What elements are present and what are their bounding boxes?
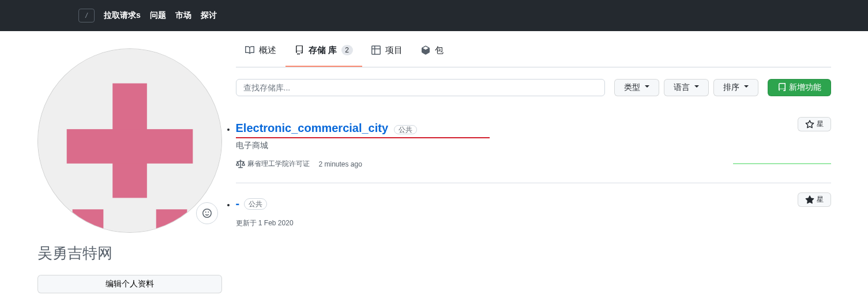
tab-repositories[interactable]: 存储 库 2 bbox=[285, 35, 362, 67]
topbar: / 拉取请求s 问题 市场 探讨 bbox=[0, 0, 868, 31]
tab-repositories-label: 存储 库 bbox=[309, 41, 337, 59]
top-nav: 拉取请求s 问题 市场 探讨 bbox=[104, 10, 217, 21]
svg-rect-2 bbox=[66, 129, 193, 164]
tab-packages-label: 包 bbox=[435, 41, 444, 59]
identicon-graphic bbox=[38, 49, 221, 232]
activity-sparkline bbox=[733, 147, 831, 164]
repo-highlight-underline: Electronic_commercial_city 公共 bbox=[236, 122, 490, 138]
filter-button-group: 类型 语言 排序 bbox=[614, 79, 758, 96]
svg-rect-4 bbox=[156, 209, 187, 232]
star-label: 星 bbox=[817, 119, 824, 129]
repo-icon bbox=[295, 46, 304, 55]
edit-profile-button[interactable]: 编辑个人资料 bbox=[37, 275, 222, 293]
main-container: 吴勇吉特网 编辑个人资料 概述 存储 库 2 项目 包 bbox=[19, 31, 850, 293]
repo-meta: 更新于 1 Feb 2020 bbox=[236, 218, 831, 228]
repo-description: 电子商城 bbox=[236, 141, 582, 151]
filter-row: 类型 语言 排序 新增功能 bbox=[236, 79, 831, 96]
updated-meta: 更新于 1 Feb 2020 bbox=[236, 218, 294, 228]
table-icon bbox=[371, 46, 381, 55]
language-filter-button[interactable]: 语言 bbox=[664, 79, 709, 96]
avatar-wrap bbox=[37, 48, 222, 233]
book-icon bbox=[245, 46, 254, 55]
main-content: 概述 存储 库 2 项目 包 类型 语言 排序 bbox=[236, 31, 831, 293]
star-label: 星 bbox=[817, 195, 824, 205]
star-button[interactable]: 星 bbox=[798, 192, 831, 207]
profile-tabs: 概述 存储 库 2 项目 包 bbox=[236, 35, 831, 67]
nav-issues[interactable]: 问题 bbox=[150, 10, 166, 21]
tab-overview[interactable]: 概述 bbox=[236, 35, 285, 67]
star-button-wrap: 星 bbox=[798, 117, 831, 131]
type-filter-button[interactable]: 类型 bbox=[614, 79, 659, 96]
new-button[interactable]: 新增功能 bbox=[768, 79, 831, 96]
visibility-badge: 公共 bbox=[394, 125, 417, 134]
repo-item: Electronic_commercial_city 公共 电子商城 麻省理工学… bbox=[236, 108, 831, 183]
repo-list: Electronic_commercial_city 公共 电子商城 麻省理工学… bbox=[236, 108, 831, 242]
updated-meta: 2 minutes ago bbox=[319, 160, 362, 168]
nav-pulls[interactable]: 拉取请求s bbox=[104, 10, 141, 21]
tab-packages[interactable]: 包 bbox=[412, 35, 453, 67]
slash-label: / bbox=[85, 12, 87, 20]
package-icon bbox=[421, 46, 430, 55]
star-icon bbox=[805, 195, 814, 205]
profile-sidebar: 吴勇吉特网 编辑个人资料 bbox=[37, 31, 222, 293]
svg-rect-3 bbox=[72, 209, 103, 232]
star-button-wrap: 星 bbox=[798, 192, 831, 207]
tab-projects[interactable]: 项目 bbox=[362, 35, 412, 67]
repo-icon bbox=[777, 83, 787, 92]
tab-projects-label: 项目 bbox=[385, 41, 403, 59]
star-button[interactable]: 星 bbox=[798, 117, 831, 131]
repo-item: - 公共 更新于 1 Feb 2020 星 bbox=[236, 183, 831, 242]
repos-count: 2 bbox=[341, 45, 353, 55]
nav-explore[interactable]: 探讨 bbox=[201, 10, 217, 21]
repo-header: Electronic_commercial_city 公共 bbox=[236, 122, 831, 135]
search-shortcut-indicator[interactable]: / bbox=[78, 9, 95, 22]
new-button-label: 新增功能 bbox=[789, 82, 821, 93]
visibility-badge: 公共 bbox=[244, 198, 267, 210]
search-input[interactable] bbox=[236, 79, 605, 96]
license-text: 麻省理工学院许可证 bbox=[247, 159, 310, 169]
sort-filter-button[interactable]: 排序 bbox=[713, 79, 758, 96]
star-icon bbox=[805, 120, 814, 129]
repo-name-link[interactable]: - bbox=[236, 197, 240, 210]
smiley-icon bbox=[202, 209, 212, 218]
profile-username: 吴勇吉特网 bbox=[37, 243, 222, 263]
nav-marketplace[interactable]: 市场 bbox=[175, 10, 191, 21]
repo-name-link[interactable]: Electronic_commercial_city bbox=[236, 122, 389, 134]
license-meta: 麻省理工学院许可证 bbox=[236, 159, 310, 169]
tab-overview-label: 概述 bbox=[259, 41, 276, 59]
set-status-button[interactable] bbox=[196, 202, 218, 224]
avatar[interactable] bbox=[37, 48, 222, 233]
law-icon bbox=[236, 160, 245, 169]
repo-header: - 公共 bbox=[236, 197, 831, 210]
